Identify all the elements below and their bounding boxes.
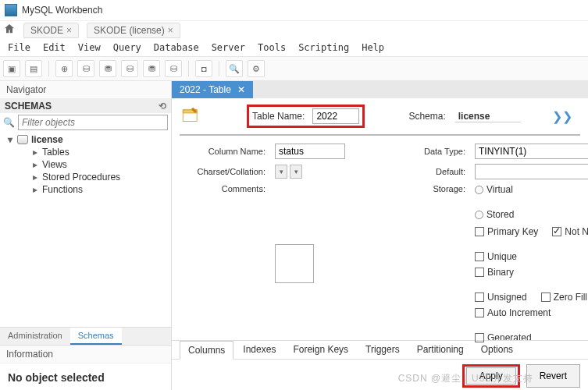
app-title: MySQL Workbench (22, 5, 102, 16)
label: Stored Procedures (42, 172, 120, 183)
tool-new-sql-icon[interactable]: ▣ (3, 60, 20, 77)
watermark: CSDN @避尘 | U3D开发支持 (398, 372, 533, 385)
tab-partitioning[interactable]: Partitioning (409, 341, 472, 359)
expand-icon[interactable]: ▾ (6, 134, 14, 145)
tool-db2-icon[interactable]: ⛃ (99, 60, 116, 77)
tab-skode-license[interactable]: SKODE (license) × (87, 23, 180, 38)
home-icon[interactable] (3, 23, 16, 37)
divider (48, 61, 49, 76)
expand-icon[interactable]: ▸ (31, 172, 39, 183)
schemas-label: SCHEMAS (5, 101, 52, 112)
chk-binary[interactable]: Binary (475, 267, 514, 278)
chk-zero-fill[interactable]: Zero Fill (541, 292, 587, 303)
tool-db3-icon[interactable]: ⛁ (121, 60, 138, 77)
tree-item-views[interactable]: ▸Views (0, 158, 171, 171)
tab-foreign-keys[interactable]: Foreign Keys (285, 341, 356, 359)
titlebar: MySQL Workbench (0, 0, 588, 20)
chk-unsigned[interactable]: Unsigned (475, 292, 527, 303)
search-icon[interactable]: 🔍 (3, 117, 15, 128)
menu-scripting[interactable]: Scripting (294, 41, 354, 55)
menu-server[interactable]: Server (207, 41, 250, 55)
menu-help[interactable]: Help (357, 41, 389, 55)
colname-input[interactable] (275, 144, 345, 159)
tool-open-sql-icon[interactable]: ▤ (25, 60, 42, 77)
comments-input[interactable] (275, 244, 314, 283)
tree-item-functions[interactable]: ▸Functions (0, 183, 171, 196)
schema-tree: ▾ license ▸Tables ▸Views ▸Stored Procedu… (0, 132, 171, 327)
label: Tables (42, 147, 69, 158)
tab-label: SKODE (license) (94, 25, 165, 36)
main: Navigator SCHEMAS ⟲ 🔍 ▾ license ▸Tables … (0, 81, 588, 390)
comments-label: Comments: (183, 184, 269, 193)
divider (188, 61, 189, 76)
table-editor-tabs: Columns Indexes Foreign Keys Triggers Pa… (172, 340, 588, 360)
radio-virtual[interactable]: Virtual (475, 184, 513, 195)
radio-stored[interactable]: Stored (475, 209, 514, 220)
schema-label: Schema: (408, 111, 448, 122)
tab-columns[interactable]: Columns (180, 341, 233, 360)
default-label: Default: (406, 167, 469, 176)
revert-button[interactable]: Revert (526, 364, 580, 388)
menu-tools[interactable]: Tools (253, 41, 290, 55)
tab-triggers[interactable]: Triggers (358, 341, 408, 359)
tab-label: 2022 - Table (180, 84, 231, 95)
tab-label: SKODE (30, 25, 63, 36)
editor-tab-table[interactable]: 2022 - Table ✕ (172, 81, 253, 98)
chk-auto-increment[interactable]: Auto Increment (475, 307, 551, 318)
charset-dropdown[interactable]: ▾ (275, 165, 287, 179)
close-icon[interactable]: × (168, 25, 173, 36)
close-icon[interactable]: × (66, 25, 72, 36)
tool-db4-icon[interactable]: ⛃ (143, 60, 160, 77)
collapse-icon[interactable]: ❯❯ (552, 109, 572, 124)
app-icon (5, 4, 17, 16)
tab-skode[interactable]: SKODE × (23, 23, 79, 38)
menu-database[interactable]: Database (149, 41, 204, 55)
tool-stop-icon[interactable]: ◘ (195, 60, 212, 77)
expand-icon[interactable]: ▸ (31, 159, 39, 170)
tab-schemas[interactable]: Schemas (70, 328, 122, 345)
storage-options: Virtual Stored Primary Key Not Null Uniq… (475, 184, 588, 343)
column-detail: Column Name: Data Type: Charset/Collatio… (172, 136, 588, 343)
divider (219, 61, 219, 76)
tab-options[interactable]: Options (473, 341, 521, 359)
tool-new-tab-icon[interactable]: ⊕ (55, 60, 73, 77)
datatype-input[interactable] (475, 144, 588, 159)
schema-item-license[interactable]: ▾ license (0, 133, 171, 146)
connection-tabs: SKODE × SKODE (license) × (0, 20, 588, 39)
chk-unique[interactable]: Unique (475, 251, 517, 262)
schema-name: license (31, 134, 63, 145)
table-name-highlight: Table Name: (247, 105, 365, 128)
expand-icon[interactable]: ▸ (31, 147, 39, 158)
collation-dropdown[interactable]: ▾ (290, 165, 302, 179)
close-icon[interactable]: ✕ (237, 84, 245, 95)
tab-administration[interactable]: Administration (0, 328, 70, 345)
tree-item-stored-procedures[interactable]: ▸Stored Procedures (0, 171, 171, 183)
navigator-title: Navigator (0, 81, 171, 99)
filter-row: 🔍 (0, 113, 171, 132)
menu-view[interactable]: View (73, 41, 105, 55)
expand-icon[interactable]: ▸ (31, 184, 39, 195)
menu-query[interactable]: Query (109, 41, 146, 55)
tree-item-tables[interactable]: ▸Tables (0, 146, 171, 158)
tool-settings-icon[interactable]: ⚙ (248, 60, 265, 77)
label: Views (42, 159, 67, 170)
menu-edit[interactable]: Edit (38, 41, 70, 55)
tool-db5-icon[interactable]: ⛁ (165, 60, 182, 77)
refresh-icon[interactable]: ⟲ (159, 101, 166, 112)
database-icon (17, 135, 28, 144)
colname-label: Column Name: (183, 147, 269, 156)
storage-label: Storage: (406, 184, 469, 193)
tool-search-icon[interactable]: 🔍 (226, 60, 243, 77)
editor-panel: 2022 - Table ✕ Table Name: Schema: licen… (172, 81, 588, 390)
table-name-input[interactable] (312, 108, 359, 124)
chk-primary-key[interactable]: Primary Key (475, 226, 538, 237)
tab-indexes[interactable]: Indexes (235, 341, 283, 359)
menubar: File Edit View Query Database Server Too… (0, 39, 588, 56)
default-input[interactable] (475, 164, 588, 179)
information-body: No object selected (0, 363, 171, 390)
menu-file[interactable]: File (3, 41, 35, 55)
filter-input[interactable] (18, 115, 168, 130)
editor-tabs: 2022 - Table ✕ (172, 81, 588, 98)
chk-not-null[interactable]: Not Null (552, 226, 588, 237)
tool-db-icon[interactable]: ⛁ (77, 60, 94, 77)
